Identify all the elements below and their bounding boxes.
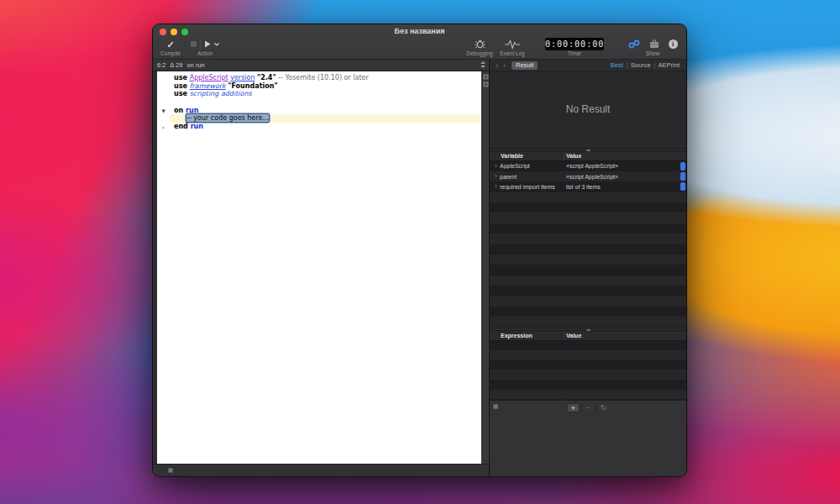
fold-triangle-icon[interactable]: ▴ xyxy=(157,123,170,131)
value-inspector-pill[interactable] xyxy=(680,172,685,181)
code-line[interactable] xyxy=(157,98,481,107)
expressions-header: Expression Value xyxy=(490,331,686,341)
minimize-button[interactable] xyxy=(171,29,177,35)
table-row[interactable] xyxy=(490,276,686,286)
code-line[interactable]: -- your code goes here... xyxy=(157,114,481,123)
expression-actions: + − ↻ xyxy=(567,403,610,412)
tab-result[interactable]: Result xyxy=(512,61,538,70)
table-row[interactable]: ›AppleScript«script AppleScript» xyxy=(490,161,686,171)
table-row[interactable] xyxy=(490,370,686,380)
mode-source[interactable]: Source xyxy=(627,61,654,69)
chevron-down-icon[interactable] xyxy=(214,43,219,46)
mode-best[interactable]: Best xyxy=(607,61,627,69)
table-row[interactable] xyxy=(490,192,686,202)
gutter-cell xyxy=(157,114,170,123)
info-icon[interactable]: i xyxy=(669,39,678,49)
table-row[interactable] xyxy=(490,244,686,255)
bug-icon xyxy=(475,39,486,50)
table-row[interactable] xyxy=(490,223,686,234)
editor-status-bar: 6:2∆ 29on run xyxy=(153,60,489,71)
editor-bottom-bar xyxy=(153,464,489,476)
split-editor-button[interactable] xyxy=(168,468,173,473)
debugging-button[interactable]: Debugging xyxy=(462,38,497,60)
expressions-table xyxy=(490,341,686,400)
main-split: 6:2∆ 29on run use AppleScript version "2… xyxy=(153,60,686,476)
stop-icon[interactable] xyxy=(191,41,197,47)
script-debugger-window: Без названия ✓ Compile Action xyxy=(152,24,687,477)
disclosure-icon[interactable]: › xyxy=(490,173,500,180)
window-controls xyxy=(160,29,188,35)
fold-triangle-icon[interactable]: ▼ xyxy=(157,107,170,115)
gutter-cell xyxy=(157,82,170,91)
table-row[interactable] xyxy=(490,380,686,390)
forward-arrow-icon[interactable]: › xyxy=(501,60,508,71)
row-name: parent xyxy=(500,174,564,180)
table-row[interactable]: ›required import itemslist of 3 items xyxy=(490,181,686,192)
event-log-button[interactable]: Event Log xyxy=(496,38,529,60)
table-row[interactable] xyxy=(490,202,686,213)
marker-button-bottom[interactable] xyxy=(483,81,489,87)
table-row[interactable] xyxy=(490,350,686,360)
table-row[interactable] xyxy=(490,360,686,370)
compile-button[interactable]: ✓ Compile xyxy=(156,38,185,60)
code-line[interactable]: use framework "Foundation" xyxy=(157,82,481,91)
variables-col-variable: Variable xyxy=(490,153,564,159)
cursor-position: 6:2 xyxy=(157,61,165,69)
expressions-col-expression: Expression xyxy=(490,333,564,339)
result-tab-bar: ‹ › Result BestSourceAEPrint xyxy=(490,60,686,71)
pane-toggle-button[interactable] xyxy=(493,404,498,409)
links-icon[interactable] xyxy=(628,39,640,49)
marker-button-top[interactable] xyxy=(483,74,489,80)
table-row[interactable] xyxy=(490,265,686,275)
timer-display: 0:00:00:00 xyxy=(545,38,604,50)
table-row[interactable]: ›parent«script AppleScript» xyxy=(490,171,686,181)
code-line[interactable]: use AppleScript version "2.4" -- Yosemit… xyxy=(157,74,481,82)
code-line[interactable]: ▴end run xyxy=(157,123,481,131)
row-value: list of 3 items xyxy=(564,184,686,190)
briefcase-icon[interactable] xyxy=(649,39,659,49)
code-editor[interactable]: use AppleScript version "2.4" -- Yosemit… xyxy=(157,71,481,464)
value-inspector-pill[interactable] xyxy=(680,182,685,191)
table-row[interactable] xyxy=(490,255,686,265)
event-log-label: Event Log xyxy=(496,50,529,57)
gutter-cell xyxy=(157,90,170,98)
row-name: AppleScript xyxy=(500,163,564,169)
title-bar[interactable]: Без названия xyxy=(153,24,686,39)
result-area: No Result xyxy=(490,71,686,148)
table-row[interactable] xyxy=(490,213,686,223)
table-row[interactable] xyxy=(490,296,686,306)
current-handler: on run xyxy=(186,61,204,69)
handler-stepper[interactable] xyxy=(480,61,486,70)
disclosure-icon[interactable]: › xyxy=(490,163,500,170)
play-icon[interactable] xyxy=(204,40,211,48)
remove-expression-button[interactable]: − xyxy=(582,403,595,412)
back-arrow-icon[interactable]: ‹ xyxy=(493,60,501,71)
variables-header: Variable Value xyxy=(490,151,686,161)
gutter-cell xyxy=(157,98,170,107)
close-button[interactable] xyxy=(160,29,166,35)
table-row[interactable] xyxy=(490,286,686,296)
add-expression-button[interactable]: + xyxy=(567,403,580,412)
action-group: Action xyxy=(185,38,225,60)
show-label: Show xyxy=(620,50,685,57)
inspector-pane: ‹ › Result BestSourceAEPrint No Result V… xyxy=(490,60,686,476)
table-row[interactable] xyxy=(490,234,686,244)
editor-scrollbar-track[interactable] xyxy=(481,71,489,464)
window-chrome: Без названия ✓ Compile Action xyxy=(153,24,686,60)
table-row[interactable] xyxy=(490,307,686,317)
variables-table: ›AppleScript«script AppleScript»›parent«… xyxy=(490,161,686,328)
mode-aeprint[interactable]: AEPrint xyxy=(655,61,683,69)
disclosure-icon[interactable]: › xyxy=(490,183,500,190)
action-label: Action xyxy=(185,50,225,57)
value-inspector-pill[interactable] xyxy=(680,162,685,171)
table-row[interactable] xyxy=(490,317,686,327)
table-row[interactable] xyxy=(490,390,686,400)
row-name: required import items xyxy=(500,184,564,190)
code-line[interactable]: use scripting additions xyxy=(157,90,481,98)
code-line[interactable]: ▼on run xyxy=(157,107,481,115)
table-row[interactable] xyxy=(490,341,686,351)
no-result-text: No Result xyxy=(566,103,611,115)
zoom-button[interactable] xyxy=(181,29,188,35)
show-group: i Show xyxy=(620,38,685,60)
refresh-icon[interactable]: ↻ xyxy=(597,403,610,412)
